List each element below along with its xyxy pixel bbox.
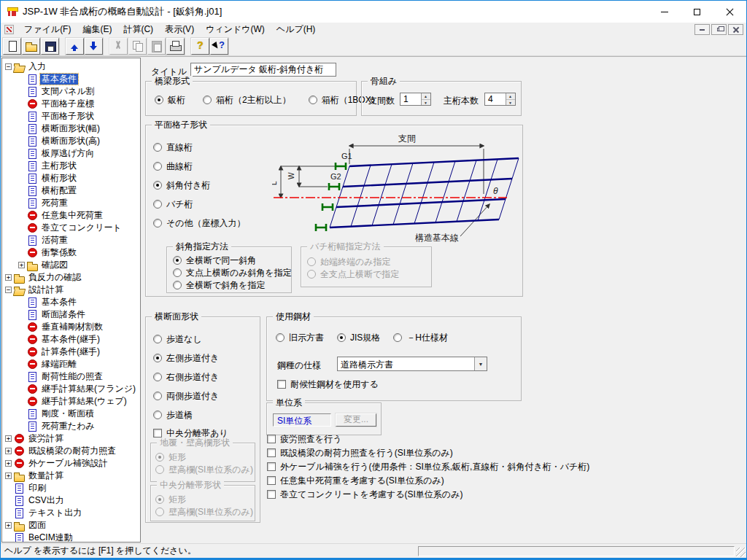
tree-item[interactable]: テキスト出力 — [3, 507, 140, 519]
maximize-button[interactable] — [681, 1, 713, 23]
resize-grip[interactable] — [736, 548, 746, 557]
span-down-button[interactable] — [422, 100, 430, 106]
tree-item[interactable]: +図面 — [3, 519, 140, 532]
tree-item[interactable]: 基本条件(継手) — [3, 333, 140, 346]
girder-count-stepper[interactable]: 4 — [484, 93, 516, 106]
tree-item[interactable]: +既設橋梁の耐荷力照査 — [3, 445, 140, 457]
expand-toggle[interactable]: + — [5, 448, 12, 454]
tree-item[interactable]: 基本条件 — [3, 296, 140, 308]
tree-item[interactable]: 継手計算結果(ウェブ) — [3, 395, 140, 408]
tree-item[interactable]: 平面格子座標 — [3, 98, 140, 110]
span-count-stepper[interactable]: 1 — [400, 93, 431, 106]
girder-up-button[interactable] — [506, 93, 515, 100]
radio-option[interactable]: 旧示方書 — [276, 332, 324, 343]
expand-toggle[interactable]: + — [5, 460, 12, 467]
expand-toggle[interactable]: + — [5, 472, 12, 479]
radio-option[interactable]: 直線桁 — [153, 141, 246, 153]
collapse-toggle[interactable]: − — [5, 63, 12, 70]
tree-item[interactable]: 任意集中死荷重 — [3, 209, 140, 222]
tree-item[interactable]: 横断面形状(高) — [3, 135, 140, 147]
tree-item[interactable]: 活荷重 — [3, 234, 140, 246]
radio-option[interactable]: 左側歩道付き — [153, 352, 219, 364]
tree-item[interactable]: +外ケーブル補強設計 — [3, 457, 140, 470]
expand-toggle[interactable]: + — [5, 435, 12, 442]
tree-item[interactable]: +疲労計算 — [3, 432, 140, 445]
close-button[interactable] — [713, 1, 746, 23]
new-file-button[interactable] — [3, 38, 21, 55]
checkbox-option[interactable]: 外ケーブル補強を行う(使用条件：SI単位系,鈑桁,直線桁・斜角付き桁・バチ桁) — [267, 461, 589, 472]
tree-item[interactable]: 縁端距離 — [3, 358, 140, 370]
tree-item[interactable]: 衝撃係数 — [3, 246, 140, 259]
tree-item[interactable]: +負反力の確認 — [3, 271, 140, 284]
tree-item[interactable]: 板厚逃げ方向 — [3, 147, 140, 160]
checkbox-option[interactable]: 耐候性鋼材を使用する — [277, 378, 379, 390]
navigation-tree[interactable]: −入力基本条件支間パネル割平面格子座標平面格子形状横断面形状(幅)横断面形状(高… — [1, 58, 141, 542]
radio-option[interactable]: JIS規格 — [337, 332, 380, 343]
tree-item[interactable]: 剛度・断面積 — [3, 408, 140, 420]
tree-item[interactable]: 印刷 — [3, 482, 140, 494]
radio-option[interactable]: 鈑桁 — [155, 94, 185, 106]
tree-item[interactable]: −設計計算 — [3, 284, 140, 296]
expand-toggle[interactable]: + — [18, 262, 25, 268]
tree-item[interactable]: 横断面形状(幅) — [3, 122, 140, 135]
tree-item[interactable]: 断面諸条件 — [3, 308, 140, 321]
checkbox-option[interactable]: 任意集中死荷重を考慮する(SI単位系のみ) — [267, 475, 589, 486]
tree-item[interactable]: +確認図 — [3, 259, 140, 271]
menu-calc[interactable]: 計算(C) — [117, 23, 159, 36]
radio-option[interactable]: 曲線桁 — [153, 160, 246, 172]
tree-item[interactable]: 死荷重 — [3, 197, 140, 209]
title-input[interactable]: サンプルデータ 鈑桁-斜角付き桁 — [190, 63, 336, 77]
open-file-button[interactable] — [22, 38, 40, 55]
print-button[interactable] — [166, 38, 185, 55]
mdi-close-button[interactable] — [728, 24, 743, 35]
radio-option[interactable]: 歩道橋 — [153, 409, 219, 421]
menu-edit[interactable]: 編集(E) — [77, 23, 117, 36]
tree-item[interactable]: CSV出力 — [3, 494, 140, 507]
tree-item[interactable]: 平面格子形状 — [3, 110, 140, 122]
menu-file[interactable]: ファイル(F) — [18, 23, 77, 36]
radio-option[interactable]: 両側歩道付き — [153, 390, 219, 402]
tree-item[interactable]: 耐荷性能の照査 — [3, 370, 140, 383]
help-button[interactable] — [191, 38, 209, 55]
radio-option[interactable]: －H仕様材 — [393, 332, 448, 343]
tree-item[interactable]: 横桁配置 — [3, 184, 140, 197]
move-up-button[interactable] — [66, 38, 84, 55]
tree-item[interactable]: BeCIM連動 — [3, 532, 140, 542]
context-help-button[interactable] — [210, 38, 228, 55]
minimize-button[interactable] — [648, 1, 681, 23]
dropdown-arrow-icon[interactable] — [474, 357, 487, 370]
radio-option[interactable]: 全横断で斜角を指定 — [173, 279, 292, 291]
expand-toggle[interactable]: + — [5, 274, 12, 281]
checkbox-option[interactable]: 既設橋梁の耐荷力照査を行う(SI単位系のみ) — [267, 447, 589, 459]
tree-item[interactable]: +数量計算 — [3, 470, 140, 482]
tree-item[interactable]: 死荷重たわみ — [3, 420, 140, 432]
tree-item[interactable]: 主桁形状 — [3, 160, 140, 172]
menu-window[interactable]: ウィンドウ(W) — [200, 23, 271, 36]
radio-option[interactable]: 支点上横断のみ斜角を指定 — [173, 267, 292, 279]
menu-help[interactable]: ヘルプ(H) — [271, 23, 322, 36]
tree-item[interactable]: 計算条件(継手) — [3, 346, 140, 358]
collapse-toggle[interactable]: − — [5, 287, 12, 293]
radio-option[interactable]: その他（座標入力） — [153, 217, 246, 229]
radio-option[interactable]: 斜角付き桁 — [153, 179, 246, 191]
radio-option[interactable]: 歩道なし — [153, 333, 219, 345]
tree-item[interactable]: −入力 — [3, 61, 140, 73]
mdi-document-icon[interactable] — [4, 25, 14, 34]
move-down-button[interactable] — [85, 38, 103, 55]
tree-item[interactable]: 支間パネル割 — [3, 85, 140, 98]
tree-item[interactable]: 巻立てコンクリート — [3, 222, 140, 234]
tree-item[interactable]: 継手計算結果(フランジ) — [3, 383, 140, 395]
mdi-restore-button[interactable] — [711, 24, 727, 35]
tree-item[interactable]: 横桁形状 — [3, 172, 140, 184]
mdi-minimize-button[interactable] — [694, 24, 710, 35]
radio-option[interactable]: 全横断で同一斜角 — [173, 254, 292, 266]
span-count-value[interactable]: 1 — [400, 93, 421, 105]
tree-item[interactable]: 基本条件 — [3, 73, 140, 85]
checkbox-option[interactable]: 疲労照査を行う — [267, 433, 589, 445]
girder-count-value[interactable]: 4 — [485, 93, 506, 105]
span-up-button[interactable] — [422, 93, 430, 100]
radio-option[interactable]: 右側歩道付き — [153, 371, 219, 383]
steel-spec-dropdown[interactable]: 道路橋示方書 — [337, 357, 487, 371]
save-file-button[interactable] — [41, 38, 59, 55]
radio-option[interactable]: バチ桁 — [153, 198, 246, 210]
